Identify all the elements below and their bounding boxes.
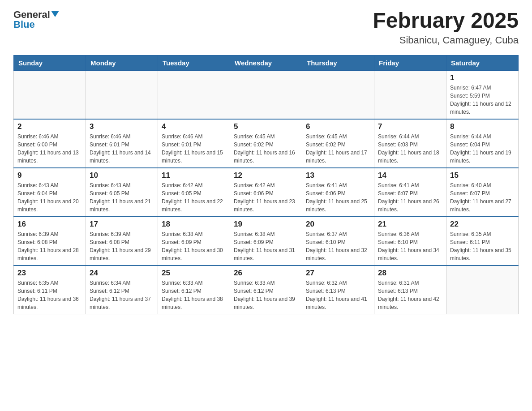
calendar-week-row: 23Sunrise: 6:35 AMSunset: 6:11 PMDayligh… xyxy=(14,265,519,314)
day-info: Sunrise: 6:46 AMSunset: 6:01 PMDaylight:… xyxy=(162,133,226,165)
day-number: 21 xyxy=(378,220,442,229)
calendar-table: SundayMondayTuesdayWednesdayThursdayFrid… xyxy=(13,55,519,314)
calendar-cell xyxy=(374,70,446,119)
day-number: 4 xyxy=(162,122,226,131)
day-header-wednesday: Wednesday xyxy=(230,55,302,70)
day-number: 13 xyxy=(306,171,370,180)
title-block: February 2025 Sibanicu, Camaguey, Cuba xyxy=(373,9,519,46)
day-info: Sunrise: 6:37 AMSunset: 6:10 PMDaylight:… xyxy=(306,230,370,262)
calendar-cell xyxy=(230,70,302,119)
day-info: Sunrise: 6:42 AMSunset: 6:06 PMDaylight:… xyxy=(234,181,298,214)
calendar-cell: 23Sunrise: 6:35 AMSunset: 6:11 PMDayligh… xyxy=(14,265,86,314)
calendar-cell: 9Sunrise: 6:43 AMSunset: 6:04 PMDaylight… xyxy=(14,168,86,217)
day-info: Sunrise: 6:35 AMSunset: 6:11 PMDaylight:… xyxy=(17,279,82,311)
calendar-cell: 8Sunrise: 6:44 AMSunset: 6:04 PMDaylight… xyxy=(446,119,519,168)
calendar-week-row: 16Sunrise: 6:39 AMSunset: 6:08 PMDayligh… xyxy=(14,217,519,265)
calendar-cell: 4Sunrise: 6:46 AMSunset: 6:01 PMDaylight… xyxy=(158,119,230,168)
logo-blue-text: Blue xyxy=(13,19,35,30)
calendar-cell: 19Sunrise: 6:38 AMSunset: 6:09 PMDayligh… xyxy=(230,217,302,265)
day-info: Sunrise: 6:33 AMSunset: 6:12 PMDaylight:… xyxy=(162,279,226,311)
calendar-cell: 25Sunrise: 6:33 AMSunset: 6:12 PMDayligh… xyxy=(158,265,230,314)
day-number: 14 xyxy=(378,171,442,180)
day-number: 19 xyxy=(234,220,298,229)
day-info: Sunrise: 6:43 AMSunset: 6:04 PMDaylight:… xyxy=(17,181,82,214)
calendar-cell xyxy=(446,265,519,314)
day-number: 12 xyxy=(234,171,298,180)
calendar-cell: 20Sunrise: 6:37 AMSunset: 6:10 PMDayligh… xyxy=(302,217,374,265)
day-number: 3 xyxy=(90,122,154,131)
day-info: Sunrise: 6:46 AMSunset: 6:00 PMDaylight:… xyxy=(17,133,82,165)
day-info: Sunrise: 6:41 AMSunset: 6:06 PMDaylight:… xyxy=(306,181,370,214)
day-number: 6 xyxy=(306,122,370,131)
day-number: 25 xyxy=(162,269,226,278)
day-number: 1 xyxy=(450,73,515,82)
logo-arrow-icon xyxy=(51,11,59,19)
day-number: 28 xyxy=(378,269,442,278)
day-number: 8 xyxy=(450,122,515,131)
day-info: Sunrise: 6:38 AMSunset: 6:09 PMDaylight:… xyxy=(162,230,226,262)
calendar-cell: 26Sunrise: 6:33 AMSunset: 6:12 PMDayligh… xyxy=(230,265,302,314)
calendar-week-row: 1Sunrise: 6:47 AMSunset: 5:59 PMDaylight… xyxy=(14,70,519,119)
calendar-week-row: 2Sunrise: 6:46 AMSunset: 6:00 PMDaylight… xyxy=(14,119,519,168)
calendar-title: February 2025 xyxy=(373,9,519,33)
day-info: Sunrise: 6:32 AMSunset: 6:13 PMDaylight:… xyxy=(306,279,370,311)
calendar-header-row: SundayMondayTuesdayWednesdayThursdayFrid… xyxy=(14,55,519,70)
day-header-monday: Monday xyxy=(86,55,158,70)
day-info: Sunrise: 6:42 AMSunset: 6:05 PMDaylight:… xyxy=(162,181,226,214)
calendar-cell: 14Sunrise: 6:41 AMSunset: 6:07 PMDayligh… xyxy=(374,168,446,217)
calendar-cell: 5Sunrise: 6:45 AMSunset: 6:02 PMDaylight… xyxy=(230,119,302,168)
calendar-cell: 18Sunrise: 6:38 AMSunset: 6:09 PMDayligh… xyxy=(158,217,230,265)
calendar-cell: 11Sunrise: 6:42 AMSunset: 6:05 PMDayligh… xyxy=(158,168,230,217)
calendar-cell: 6Sunrise: 6:45 AMSunset: 6:02 PMDaylight… xyxy=(302,119,374,168)
calendar-cell: 2Sunrise: 6:46 AMSunset: 6:00 PMDaylight… xyxy=(14,119,86,168)
day-info: Sunrise: 6:47 AMSunset: 5:59 PMDaylight:… xyxy=(450,84,515,116)
calendar-subtitle: Sibanicu, Camaguey, Cuba xyxy=(373,34,519,46)
day-info: Sunrise: 6:40 AMSunset: 6:07 PMDaylight:… xyxy=(450,181,515,214)
day-info: Sunrise: 6:44 AMSunset: 6:03 PMDaylight:… xyxy=(378,133,442,165)
day-number: 11 xyxy=(162,171,226,180)
calendar-cell: 15Sunrise: 6:40 AMSunset: 6:07 PMDayligh… xyxy=(446,168,519,217)
calendar-cell: 22Sunrise: 6:35 AMSunset: 6:11 PMDayligh… xyxy=(446,217,519,265)
day-info: Sunrise: 6:44 AMSunset: 6:04 PMDaylight:… xyxy=(450,133,515,165)
day-info: Sunrise: 6:45 AMSunset: 6:02 PMDaylight:… xyxy=(234,133,298,165)
day-info: Sunrise: 6:39 AMSunset: 6:08 PMDaylight:… xyxy=(17,230,82,262)
calendar-cell: 27Sunrise: 6:32 AMSunset: 6:13 PMDayligh… xyxy=(302,265,374,314)
svg-marker-0 xyxy=(51,11,59,17)
day-info: Sunrise: 6:43 AMSunset: 6:05 PMDaylight:… xyxy=(90,181,154,214)
day-number: 15 xyxy=(450,171,515,180)
day-info: Sunrise: 6:38 AMSunset: 6:09 PMDaylight:… xyxy=(234,230,298,262)
day-header-saturday: Saturday xyxy=(446,55,519,70)
day-info: Sunrise: 6:33 AMSunset: 6:12 PMDaylight:… xyxy=(234,279,298,311)
calendar-cell: 3Sunrise: 6:46 AMSunset: 6:01 PMDaylight… xyxy=(86,119,158,168)
day-info: Sunrise: 6:41 AMSunset: 6:07 PMDaylight:… xyxy=(378,181,442,214)
day-number: 27 xyxy=(306,269,370,278)
day-number: 5 xyxy=(234,122,298,131)
day-info: Sunrise: 6:35 AMSunset: 6:11 PMDaylight:… xyxy=(450,230,515,262)
calendar-cell: 24Sunrise: 6:34 AMSunset: 6:12 PMDayligh… xyxy=(86,265,158,314)
calendar-cell: 13Sunrise: 6:41 AMSunset: 6:06 PMDayligh… xyxy=(302,168,374,217)
logo: General Blue xyxy=(13,9,59,30)
day-number: 10 xyxy=(90,171,154,180)
day-info: Sunrise: 6:36 AMSunset: 6:10 PMDaylight:… xyxy=(378,230,442,262)
day-info: Sunrise: 6:39 AMSunset: 6:08 PMDaylight:… xyxy=(90,230,154,262)
calendar-cell xyxy=(86,70,158,119)
calendar-cell: 28Sunrise: 6:31 AMSunset: 6:13 PMDayligh… xyxy=(374,265,446,314)
day-header-sunday: Sunday xyxy=(14,55,86,70)
day-info: Sunrise: 6:34 AMSunset: 6:12 PMDaylight:… xyxy=(90,279,154,311)
calendar-cell: 12Sunrise: 6:42 AMSunset: 6:06 PMDayligh… xyxy=(230,168,302,217)
day-number: 20 xyxy=(306,220,370,229)
day-number: 23 xyxy=(17,269,82,278)
day-header-friday: Friday xyxy=(374,55,446,70)
day-header-thursday: Thursday xyxy=(302,55,374,70)
calendar-cell xyxy=(14,70,86,119)
calendar-cell: 17Sunrise: 6:39 AMSunset: 6:08 PMDayligh… xyxy=(86,217,158,265)
calendar-cell: 1Sunrise: 6:47 AMSunset: 5:59 PMDaylight… xyxy=(446,70,519,119)
day-number: 22 xyxy=(450,220,515,229)
day-number: 24 xyxy=(90,269,154,278)
day-number: 17 xyxy=(90,220,154,229)
day-number: 2 xyxy=(17,122,82,131)
day-number: 16 xyxy=(17,220,82,229)
calendar-cell: 16Sunrise: 6:39 AMSunset: 6:08 PMDayligh… xyxy=(14,217,86,265)
calendar-cell: 7Sunrise: 6:44 AMSunset: 6:03 PMDaylight… xyxy=(374,119,446,168)
day-info: Sunrise: 6:46 AMSunset: 6:01 PMDaylight:… xyxy=(90,133,154,165)
